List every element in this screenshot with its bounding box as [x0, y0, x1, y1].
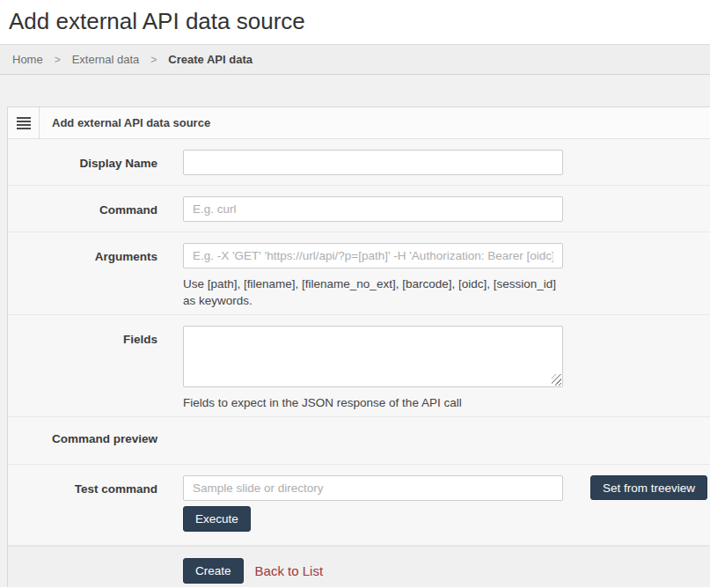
- fields-label: Fields: [8, 326, 157, 411]
- hamburger-icon: [17, 117, 31, 129]
- page-header: Add external API data source: [0, 0, 710, 44]
- breadcrumb: Home > External data > Create API data: [0, 44, 710, 75]
- display-name-label: Display Name: [8, 150, 157, 175]
- back-to-list-link[interactable]: Back to List: [255, 558, 324, 584]
- set-from-treeview-button[interactable]: Set from treeview: [590, 475, 707, 500]
- panel-title: Add external API data source: [40, 107, 210, 138]
- display-name-row: Display Name: [8, 139, 710, 186]
- command-label: Command: [8, 196, 157, 222]
- arguments-row: Arguments Use [path], [filename], [filen…: [8, 232, 710, 315]
- display-name-input[interactable]: [183, 150, 563, 175]
- command-preview-label: Command preview: [8, 431, 157, 446]
- test-command-row: Test command Set from treeview Execute: [8, 465, 710, 546]
- test-command-input[interactable]: [183, 475, 563, 501]
- command-row: Command: [8, 186, 710, 232]
- command-input[interactable]: [183, 196, 563, 222]
- content-area: Add external API data source Display Nam…: [0, 75, 710, 587]
- arguments-input[interactable]: [183, 243, 563, 268]
- form-panel: Add external API data source Display Nam…: [7, 107, 710, 587]
- test-command-label: Test command: [8, 475, 157, 532]
- breadcrumb-external-data[interactable]: External data: [72, 53, 140, 66]
- breadcrumb-separator-icon: >: [55, 54, 61, 66]
- breadcrumb-home[interactable]: Home: [12, 53, 43, 66]
- panel-header: Add external API data source: [8, 107, 710, 139]
- panel-footer: Create Back to List: [8, 546, 710, 587]
- fields-textarea[interactable]: [183, 326, 563, 387]
- breadcrumb-current: Create API data: [168, 53, 253, 66]
- create-button[interactable]: Create: [183, 558, 244, 584]
- menu-toggle-button[interactable]: [8, 107, 40, 138]
- arguments-label: Arguments: [8, 243, 157, 309]
- breadcrumb-separator-icon: >: [150, 54, 157, 66]
- execute-button[interactable]: Execute: [183, 506, 251, 532]
- command-preview-row: Command preview: [8, 417, 710, 465]
- fields-row: Fields Fields to expect in the JSON resp…: [8, 315, 710, 417]
- arguments-help-text: Use [path], [filename], [filename_no_ext…: [183, 276, 570, 309]
- page-title: Add external API data source: [9, 8, 701, 35]
- fields-help-text: Fields to expect in the JSON response of…: [183, 394, 570, 411]
